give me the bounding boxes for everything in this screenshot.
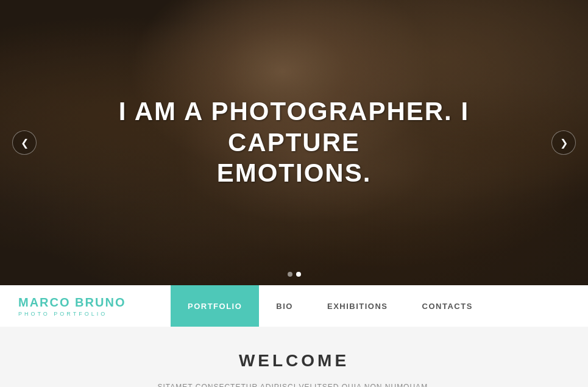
brand-logo[interactable]: MARCO BRUNO PHOTO PORTFOLIO bbox=[0, 296, 171, 317]
hero-section: I AM A PHOTOGRAPHER. I CAPTURE EMOTIONS.… bbox=[0, 0, 588, 285]
brand-subtitle: PHOTO PORTFOLIO bbox=[18, 311, 107, 317]
nav-item-contacts[interactable]: CONTACTS bbox=[405, 285, 490, 327]
welcome-title: WELCOME bbox=[12, 351, 576, 371]
brand-name: MARCO BRUNO bbox=[18, 296, 126, 310]
welcome-section: WELCOME SITAMET CONSECTETUR ADIPISCI VEL… bbox=[0, 327, 588, 387]
carousel-dot-2[interactable] bbox=[296, 272, 301, 277]
hero-headline: I AM A PHOTOGRAPHER. I CAPTURE EMOTIONS. bbox=[63, 96, 526, 188]
nav-item-bio[interactable]: BIO bbox=[259, 285, 310, 327]
carousel-dots bbox=[288, 272, 301, 277]
carousel-prev-button[interactable]: ❮ bbox=[12, 130, 37, 155]
nav-item-exhibitions[interactable]: EXHIBITIONS bbox=[310, 285, 405, 327]
carousel-next-button[interactable]: ❯ bbox=[551, 130, 576, 155]
welcome-body: SITAMET CONSECTETUR ADIPISCI VELITSED QU… bbox=[12, 382, 576, 387]
carousel-dot-1[interactable] bbox=[288, 272, 292, 277]
nav-links: PORTFOLIO BIO EXHIBITIONS CONTACTS bbox=[171, 285, 490, 327]
nav-item-portfolio[interactable]: PORTFOLIO bbox=[171, 285, 259, 327]
navbar: MARCO BRUNO PHOTO PORTFOLIO PORTFOLIO BI… bbox=[0, 285, 588, 327]
